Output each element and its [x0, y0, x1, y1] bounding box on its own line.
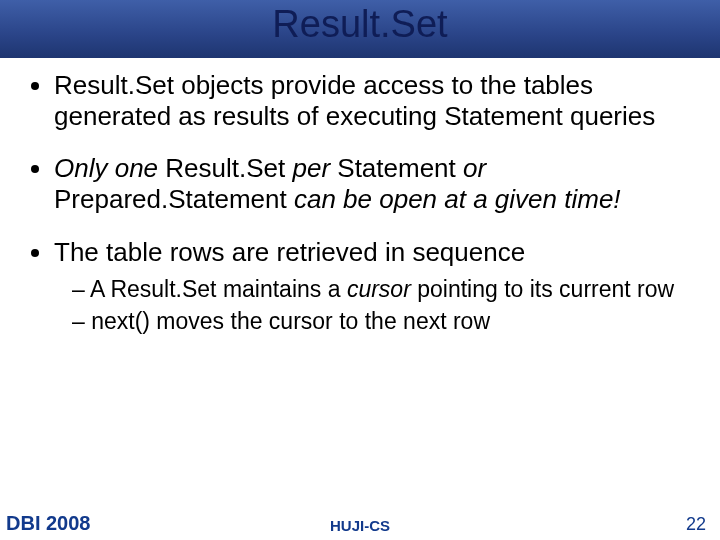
sub-bullet-list: A Result.Set maintains a cursor pointing… [54, 275, 694, 335]
text-run: next() moves the cursor to the next row [91, 308, 490, 334]
text-run: or [463, 153, 486, 183]
sub-bullet-item: A Result.Set maintains a cursor pointing… [72, 275, 694, 303]
text-run: A Result.Set maintains a [90, 276, 347, 302]
bullet-item: Result.Set objects provide access to the… [54, 70, 694, 131]
text-run: cursor [347, 276, 411, 302]
footer-center: HUJI-CS [0, 517, 720, 534]
text-run: per [292, 153, 330, 183]
text-run: pointing to its current row [411, 276, 674, 302]
slide-body: Result.Set objects provide access to the… [0, 58, 720, 540]
text-run: Statement [330, 153, 463, 183]
text-run: The table rows are retrieved in sequence [54, 237, 525, 267]
footer: DBI 2008 HUJI-CS 22 [0, 510, 720, 540]
slide-title: Result.Set [0, 3, 720, 46]
sub-bullet-item: next() moves the cursor to the next row [72, 307, 694, 335]
text-run: can be open at a given time! [294, 184, 621, 214]
bullet-item: The table rows are retrieved in sequence… [54, 237, 694, 336]
bullet-item: Only one Result.Set per Statement or Pre… [54, 153, 694, 214]
bullet-list: Result.Set objects provide access to the… [26, 70, 694, 335]
slide: Result.Set Result.Set objects provide ac… [0, 0, 720, 540]
text-run: Prepared.Statement [54, 184, 294, 214]
footer-page-number: 22 [686, 514, 706, 535]
text-run: Result.Set [158, 153, 292, 183]
text-run: Only one [54, 153, 158, 183]
text-run: Result.Set objects provide access to the… [54, 70, 655, 131]
title-bar: Result.Set [0, 0, 720, 58]
